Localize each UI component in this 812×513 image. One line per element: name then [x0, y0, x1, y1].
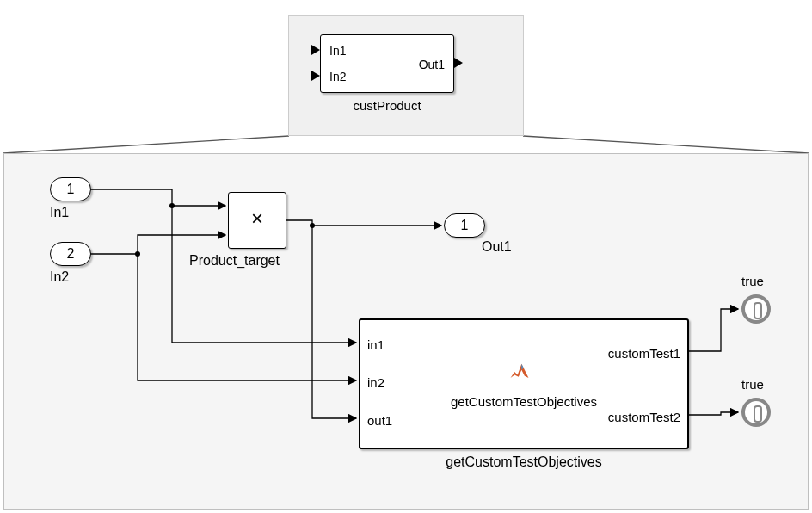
inport-1-num: 1: [67, 182, 75, 196]
outport-1-num: 1: [461, 218, 469, 232]
top-in1-arrow-icon: [311, 45, 320, 55]
top-out1-arrow-icon: [454, 58, 463, 68]
inport-1-label: In1: [50, 205, 69, 220]
func-in2: in2: [367, 375, 384, 390]
inport-2-num: 2: [67, 246, 75, 261]
matlab-icon: [508, 360, 532, 384]
func-block-name: getCustomTestObjectives: [359, 454, 689, 470]
terminator-2-icon[interactable]: [741, 398, 771, 427]
top-in1-label: In1: [329, 44, 346, 58]
svg-line-1: [523, 136, 809, 153]
top-in2-arrow-icon: [311, 71, 320, 81]
inport-1[interactable]: 1: [50, 177, 91, 201]
matlab-function-block[interactable]: in1 in2 out1 customTest1 customTest2 get…: [359, 318, 689, 449]
cust-product-block[interactable]: In1 In2 Out1: [320, 34, 454, 93]
outport-1[interactable]: 1: [444, 213, 485, 238]
func-in1: in1: [367, 337, 384, 352]
top-in2-label: In2: [329, 70, 346, 83]
outport-1-label: Out1: [482, 239, 512, 255]
product-symbol: ×: [251, 207, 263, 230]
top-out1-label: Out1: [419, 58, 445, 71]
product-target-label: Product_target: [189, 253, 280, 269]
terminator-2-label: true: [741, 377, 764, 392]
terminator-1-label: true: [741, 274, 764, 288]
func-out1: out1: [367, 413, 392, 428]
inport-2[interactable]: 2: [50, 242, 91, 266]
func-ct2: customTest2: [608, 410, 680, 424]
func-inner-text: getCustomTestObjectives: [408, 394, 640, 409]
inport-2-label: In2: [50, 269, 69, 285]
svg-line-0: [3, 136, 289, 153]
product-target-block[interactable]: ×: [228, 192, 286, 249]
terminator-1-icon[interactable]: [741, 294, 771, 324]
func-ct1: customTest1: [608, 346, 680, 361]
top-block-name: custProduct: [320, 98, 454, 113]
